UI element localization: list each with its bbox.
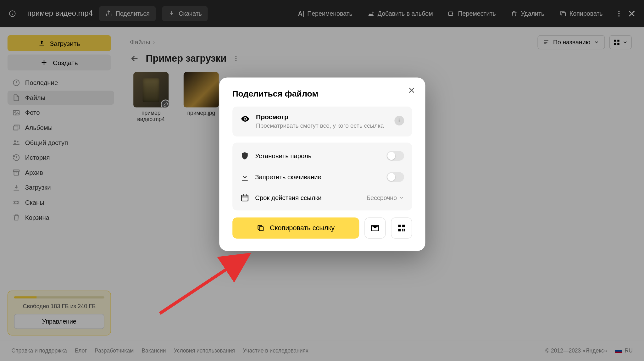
permission-title: Просмотр [256, 113, 388, 121]
delete-button[interactable]: Удалить [506, 8, 549, 20]
copy-link-button[interactable]: Скопировать ссылку [232, 218, 359, 239]
people-icon [12, 139, 20, 147]
svg-rect-39 [403, 230, 405, 232]
expiry-dropdown[interactable]: Бессрочно [366, 194, 404, 201]
flag-ru-icon [615, 348, 622, 353]
clock-icon [12, 79, 20, 87]
no-download-toggle[interactable] [386, 172, 404, 182]
email-share-button[interactable] [364, 218, 386, 239]
footer-link[interactable]: Справка и поддержка [11, 347, 67, 354]
svg-point-6 [618, 13, 619, 14]
file-item[interactable]: пример видео.mp4 [130, 72, 172, 123]
footer-link[interactable]: Вакансии [142, 347, 166, 354]
copy-button[interactable]: Копировать [555, 8, 607, 20]
file-thumbnail [184, 72, 219, 108]
footer-link[interactable]: Условия использования [174, 347, 235, 354]
footer-link[interactable]: Участие в исследованиях [243, 347, 308, 354]
move-button[interactable]: Переместить [443, 8, 500, 20]
sidebar-item-history[interactable]: История [8, 151, 114, 165]
footer-link[interactable]: Разработчикам [95, 347, 134, 354]
quota-bar [14, 296, 104, 298]
history-icon [12, 154, 20, 162]
trash-icon [12, 214, 20, 221]
create-button[interactable]: Создать [8, 55, 111, 70]
add-to-album-button[interactable]: Добавить в альбом [363, 8, 437, 20]
footer-link[interactable]: Блог [75, 347, 87, 354]
svg-point-7 [618, 15, 619, 17]
download-button[interactable]: Скачать [162, 6, 208, 21]
close-icon[interactable] [406, 85, 417, 96]
option-row-password: Установить пароль [240, 145, 404, 166]
svg-rect-4 [562, 13, 565, 16]
chevron-down-icon [594, 40, 599, 45]
quota-card: Свободно 183 ГБ из 240 ГБ Управление [8, 291, 111, 336]
photo-icon [12, 109, 20, 117]
breadcrumb[interactable]: Файлы› [130, 39, 158, 46]
file-name: пример видео.mp4 [27, 9, 93, 18]
option-row-no-download: Запретить скачивание [240, 167, 404, 188]
eye-icon [240, 114, 250, 124]
grid-icon [613, 39, 620, 46]
password-toggle[interactable] [386, 151, 404, 161]
svg-point-27 [236, 56, 237, 57]
svg-point-29 [236, 60, 237, 61]
svg-point-32 [244, 118, 246, 119]
archive-icon [12, 169, 20, 176]
file-label: пример видео.mp4 [130, 110, 172, 122]
sidebar-item-photo[interactable]: Фото [8, 106, 114, 120]
svg-rect-38 [402, 229, 403, 230]
file-item[interactable]: пример.jpg [180, 72, 222, 123]
sidebar-item-downloads[interactable]: Загрузки [8, 181, 114, 195]
svg-rect-26 [617, 43, 619, 45]
option-row-expiry: Срок действия ссылки Бессрочно [240, 188, 404, 208]
svg-rect-34 [259, 227, 263, 231]
language-switcher[interactable]: RU [615, 347, 633, 354]
share-button[interactable]: Поделиться [99, 6, 156, 21]
svg-rect-18 [13, 170, 19, 171]
sidebar-item-archive[interactable]: Архив [8, 165, 114, 180]
scan-icon [12, 198, 20, 206]
modal-title: Поделиться файлом [232, 89, 412, 99]
file-label: пример.jpg [180, 110, 222, 116]
svg-rect-23 [614, 40, 616, 42]
rename-button[interactable]: A|Переименовать [294, 8, 357, 20]
svg-rect-37 [398, 229, 401, 231]
more-icon[interactable] [233, 55, 240, 62]
permission-box[interactable]: Просмотр Просматривать смогут все, у ког… [232, 107, 412, 137]
sidebar: Загрузить Создать Последние Файлы Фото А… [0, 27, 121, 361]
svg-rect-25 [614, 43, 616, 45]
album-icon [12, 124, 20, 131]
mail-icon [370, 223, 380, 233]
more-icon[interactable] [615, 10, 623, 18]
sidebar-item-albums[interactable]: Альбомы [8, 121, 114, 135]
sidebar-item-files[interactable]: Файлы [8, 91, 114, 105]
sidebar-item-scans[interactable]: Сканы [8, 196, 114, 210]
svg-rect-35 [398, 225, 401, 227]
back-arrow-icon[interactable] [130, 54, 140, 64]
footer: Справка и поддержка Блог Разработчикам В… [0, 340, 644, 361]
qr-icon [397, 224, 406, 233]
sidebar-item-recent[interactable]: Последние [8, 76, 114, 90]
qr-share-button[interactable] [391, 218, 412, 239]
svg-point-16 [14, 140, 16, 142]
sidebar-item-shared[interactable]: Общий доступ [8, 136, 114, 150]
file-thumbnail [133, 72, 169, 108]
svg-point-28 [236, 58, 237, 59]
svg-point-17 [17, 141, 18, 142]
sort-button[interactable]: По названию [538, 35, 605, 49]
view-toggle-button[interactable] [609, 35, 632, 49]
sidebar-item-trash[interactable]: Корзина [8, 210, 114, 225]
calendar-icon [240, 193, 249, 202]
manage-button[interactable]: Управление [14, 314, 104, 329]
link-badge-icon [161, 99, 169, 107]
svg-rect-41 [403, 229, 405, 230]
permission-desc: Просматривать смогут все, у кого есть сс… [256, 122, 388, 130]
options-box: Установить пароль Запретить скачивание С… [232, 143, 412, 211]
file-action-topbar: пример видео.mp4 Поделиться Скачать A|Пе… [0, 0, 644, 27]
close-icon[interactable] [627, 9, 636, 18]
info-icon[interactable] [8, 9, 17, 18]
upload-button[interactable]: Загрузить [8, 35, 111, 51]
info-icon[interactable]: i [394, 116, 404, 125]
svg-point-14 [15, 112, 16, 113]
folder-title: Пример загрузки [146, 53, 226, 64]
